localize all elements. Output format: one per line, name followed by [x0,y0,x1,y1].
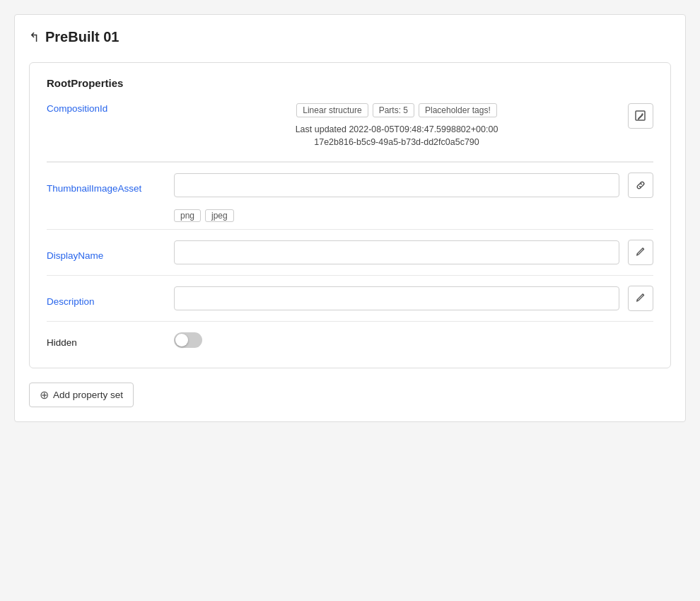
display-name-label: DisplayName [47,245,174,261]
hidden-toggle[interactable] [174,332,202,348]
composition-id-value: 17e2b816-b5c9-49a5-b73d-dd2fc0a5c790 [314,137,479,147]
add-property-label: Add property set [53,390,123,400]
page-container: ↰ PreBuilt 01 RootProperties Composition… [14,14,686,422]
tags-row: Linear structure Parts: 5 Placeholder ta… [296,103,496,117]
page-title: PreBuilt 01 [45,29,119,45]
display-name-input[interactable] [174,240,619,264]
tag-parts: Parts: 5 [373,103,414,117]
composition-content: Linear structure Parts: 5 Placeholder ta… [174,103,619,147]
pencil-icon-2 [635,293,646,304]
main-card: RootProperties CompositionId Linear stru… [29,62,671,368]
last-updated: Last updated 2022-08-05T09:48:47.5998802… [296,124,498,134]
hidden-toggle-container [174,332,202,348]
thumbnail-row: ThumbnailImageAsset [47,162,653,208]
composition-id-label: CompositionId [47,103,174,114]
card-title: RootProperties [47,77,653,89]
page-header: ↰ PreBuilt 01 [29,29,671,45]
hidden-label: Hidden [47,332,174,348]
thumbnail-label: ThumbnailImageAsset [47,177,174,194]
pencil-icon [635,247,646,258]
add-property-set-button[interactable]: ⊕ Add property set [29,383,134,407]
format-tag-png: png [174,209,201,222]
thumbnail-link-button[interactable] [628,173,653,198]
description-row: Description [47,275,653,321]
description-input[interactable] [174,286,619,310]
composition-edit-button[interactable] [628,103,653,129]
link-icon [635,180,646,191]
edit-icon [635,110,646,122]
svg-rect-0 [636,111,645,120]
description-edit-button[interactable] [628,286,653,311]
back-icon[interactable]: ↰ [29,30,40,45]
tag-linear-structure: Linear structure [296,103,368,117]
format-tag-jpeg: jpeg [205,209,234,222]
description-label: Description [47,291,174,307]
hidden-row: Hidden [47,321,653,354]
tag-placeholder: Placeholder tags! [419,103,497,117]
display-name-row: DisplayName [47,229,653,275]
display-name-edit-button[interactable] [628,240,653,265]
thumbnail-input[interactable] [174,173,619,197]
add-circle-icon: ⊕ [40,388,49,402]
